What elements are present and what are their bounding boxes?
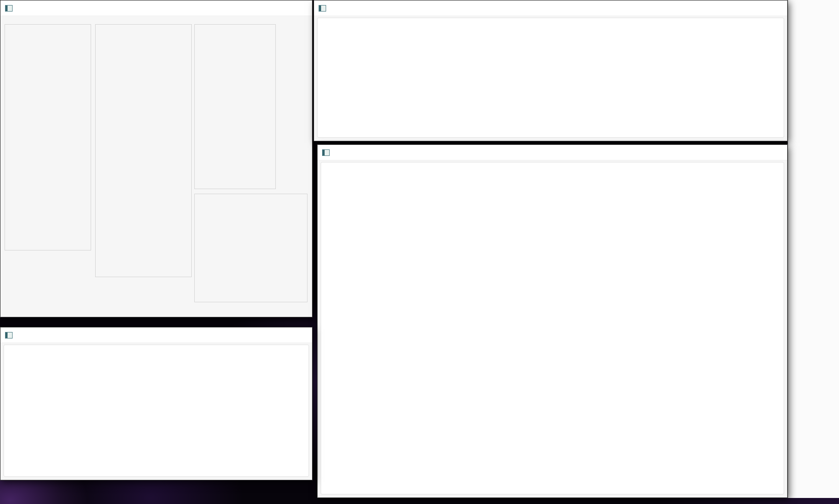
- maximize-icon[interactable]: [745, 145, 766, 160]
- minimize-icon[interactable]: [249, 1, 270, 16]
- maximize-icon[interactable]: [270, 1, 291, 16]
- close-icon[interactable]: [291, 327, 312, 343]
- chart-panel: [317, 18, 784, 138]
- app-icon: [5, 5, 13, 12]
- window-controller-currents: [314, 0, 788, 141]
- close-icon[interactable]: [291, 1, 312, 16]
- group-run-controls: [194, 24, 276, 189]
- titlebar[interactable]: [1, 327, 312, 343]
- chart-panel: [321, 162, 784, 494]
- window-power-torque: [317, 144, 788, 498]
- app-icon: [322, 149, 330, 156]
- minimize-icon[interactable]: [249, 327, 270, 343]
- close-icon[interactable]: [766, 1, 787, 16]
- minimize-icon[interactable]: [724, 1, 745, 16]
- maximize-icon[interactable]: [270, 327, 291, 343]
- background-window-edge: [788, 0, 839, 498]
- group-window-visibility: [194, 194, 308, 302]
- app-icon: [319, 5, 326, 12]
- maximize-icon[interactable]: [745, 1, 766, 16]
- titlebar[interactable]: [314, 1, 787, 16]
- titlebar[interactable]: [318, 145, 787, 160]
- app-icon: [5, 332, 13, 339]
- close-icon[interactable]: [766, 145, 787, 160]
- minimize-icon[interactable]: [724, 145, 745, 160]
- window-foc-simulator: [0, 0, 313, 317]
- chart-panel: [4, 345, 309, 477]
- group-vehicle-parameters: [5, 24, 91, 250]
- window-controller-voltages: [0, 327, 313, 480]
- titlebar[interactable]: [1, 1, 312, 16]
- group-openinverter-parameters: [95, 24, 192, 277]
